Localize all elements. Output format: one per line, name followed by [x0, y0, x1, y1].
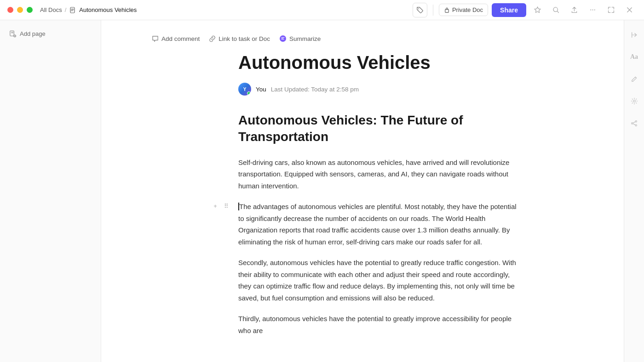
svg-point-24: [632, 122, 633, 124]
maximize-button[interactable]: [27, 7, 33, 13]
doc-paragraph-1[interactable]: Self-driving cars, also known as autonom…: [238, 157, 519, 192]
export-button[interactable]: [567, 3, 581, 17]
breadcrumb-separator: /: [65, 6, 67, 13]
sidebar: Add page: [0, 20, 101, 362]
panel-collapse-icon[interactable]: [627, 28, 642, 42]
doc-author: You: [256, 86, 266, 93]
doc-icon: [69, 6, 76, 14]
svg-point-22: [635, 120, 637, 122]
expand-button[interactable]: [604, 3, 618, 17]
breadcrumb-doc-title: Autonomous Vehicles: [79, 6, 137, 13]
doc-heading: Autonomous Vehicles: The Future of Trans…: [238, 112, 519, 146]
doc-area: Autonomous Vehicles Y You Last Updated: …: [188, 51, 537, 336]
svg-line-7: [557, 11, 558, 12]
font-size-icon[interactable]: Aa: [627, 50, 642, 64]
svg-point-9: [592, 9, 593, 10]
minimize-button[interactable]: [17, 7, 23, 13]
share-panel-icon[interactable]: [627, 116, 642, 130]
svg-line-25: [633, 122, 635, 123]
add-comment-button[interactable]: Add comment: [152, 35, 200, 42]
svg-rect-13: [10, 31, 14, 36]
close-button[interactable]: [7, 7, 13, 13]
svg-point-21: [633, 100, 635, 102]
doc-title[interactable]: Autonomous Vehicles: [238, 51, 519, 74]
private-doc-label: Private Doc: [452, 6, 483, 13]
svg-point-8: [590, 9, 591, 10]
block-controls: + ⠿: [211, 202, 231, 211]
separator: [433, 5, 433, 16]
add-page-label: Add page: [20, 30, 46, 37]
more-options-button[interactable]: [585, 3, 600, 17]
add-comment-label: Add comment: [161, 35, 200, 42]
settings-icon[interactable]: [627, 94, 642, 108]
add-block-button[interactable]: +: [211, 202, 220, 211]
link-button[interactable]: Link to task or Doc: [209, 35, 270, 42]
svg-point-10: [594, 9, 595, 10]
doc-paragraph-4[interactable]: Thirdly, autonomous vehicles have the po…: [238, 313, 519, 336]
traffic-lights: [7, 7, 33, 13]
svg-point-6: [553, 7, 557, 11]
private-doc-badge[interactable]: Private Doc: [439, 4, 488, 16]
breadcrumb-home[interactable]: All Docs: [40, 6, 62, 13]
doc-updated: Last Updated: Today at 2:58 pm: [271, 86, 359, 93]
svg-point-23: [635, 124, 637, 126]
doc-toolbar: Add comment Link to task or Doc Summariz…: [101, 35, 624, 51]
summarize-label: Summarize: [289, 35, 321, 42]
search-button[interactable]: [548, 3, 563, 17]
doc-meta: Y You Last Updated: Today at 2:58 pm: [238, 83, 519, 96]
author-avatar: Y: [238, 83, 251, 96]
doc-paragraph-3[interactable]: Secondly, autonomous vehicles have the p…: [238, 257, 519, 304]
right-panel: Aa: [624, 20, 644, 362]
favorite-button[interactable]: [530, 3, 545, 17]
drag-block-button[interactable]: ⠿: [222, 202, 231, 211]
main-content[interactable]: Add comment Link to task or Doc Summariz…: [101, 20, 624, 362]
breadcrumb: All Docs / Autonomous Vehicles: [40, 6, 413, 14]
svg-line-26: [633, 124, 635, 125]
title-bar-actions: Private Doc Share: [413, 3, 637, 17]
link-label: Link to task or Doc: [218, 35, 270, 42]
doc-paragraph-2[interactable]: + ⠿ The advantages of autonomous vehicle…: [238, 201, 519, 248]
app-body: Add page Add comment Link to task or Doc: [0, 20, 644, 362]
close-window-button[interactable]: [622, 3, 637, 17]
tag-button[interactable]: [413, 3, 427, 17]
share-button[interactable]: Share: [492, 3, 526, 17]
doc-paragraph-2-text: The advantages of autonomous vehicles ar…: [238, 203, 517, 246]
svg-rect-5: [445, 10, 448, 13]
online-indicator: [247, 91, 251, 95]
add-page-button[interactable]: Add page: [6, 28, 95, 40]
title-bar: All Docs / Autonomous Vehicles Priv: [0, 0, 644, 20]
summarize-button[interactable]: Summarize: [279, 35, 321, 42]
edit-icon[interactable]: [627, 72, 642, 86]
svg-point-4: [419, 8, 420, 9]
